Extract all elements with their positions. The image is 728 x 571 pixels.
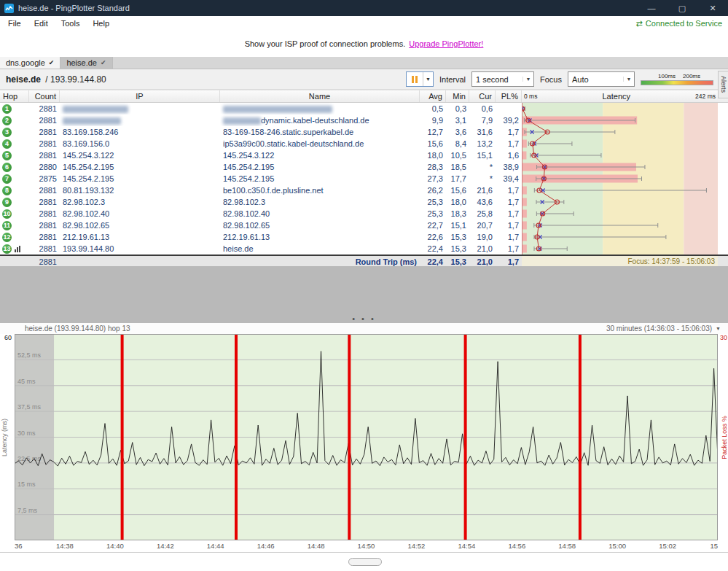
- hop-badge: 8: [2, 186, 12, 195]
- minimize-button[interactable]: —: [636, 0, 667, 16]
- cell-cur: *: [469, 161, 496, 173]
- col-pl[interactable]: PL%: [496, 90, 522, 102]
- menu-help[interactable]: Help: [86, 19, 116, 28]
- cell-ip: 83.169.158.246: [60, 126, 220, 138]
- col-latency[interactable]: 0 ms Latency 242 ms: [522, 90, 718, 102]
- svg-text:22,5 ms: 22,5 ms: [17, 455, 42, 462]
- cell-min: 17,7: [446, 173, 469, 184]
- y-axis-max: 60: [4, 334, 12, 341]
- maximize-button[interactable]: ▢: [667, 0, 697, 16]
- cell-ip: 82.98.102.65: [60, 220, 220, 231]
- chevron-down-icon: ▼: [716, 326, 721, 331]
- cell-name: 83-169-158-246.static.superkabel.de: [220, 126, 420, 138]
- cell-name: be100.c350.f.de.plusline.net: [220, 184, 420, 196]
- target-tabstrip: dns.google ✔ heise.de ✔: [0, 57, 728, 69]
- cell-ip: 212.19.61.13: [60, 231, 220, 243]
- round-trip-row[interactable]: 2881 Round Trip (ms) 22,4 15,3 21,0 1,7 …: [0, 255, 728, 266]
- menu-tools[interactable]: Tools: [55, 19, 87, 28]
- x-tick-label: 15: [710, 542, 718, 550]
- cell-pl: 1,7: [496, 208, 522, 220]
- col-count[interactable]: Count: [29, 90, 60, 102]
- cell-hop: 9: [0, 196, 29, 208]
- cell-name: 212.19.61.13: [220, 231, 420, 243]
- col-min[interactable]: Min: [446, 90, 469, 102]
- cell-cur: 20,7: [469, 220, 496, 231]
- hop-badge: 10: [2, 209, 12, 219]
- col-name[interactable]: Name: [220, 90, 420, 102]
- close-button[interactable]: ✕: [697, 0, 728, 16]
- cell-hop: 1: [0, 103, 29, 114]
- col-avg[interactable]: Avg: [420, 90, 446, 102]
- cell-avg: 18,0: [420, 149, 446, 161]
- cell-name: 82.98.102.65: [220, 220, 420, 231]
- cell-avg: 27,3: [420, 173, 446, 184]
- svg-text:52,5 ms: 52,5 ms: [17, 351, 42, 359]
- cell-pl: 1,7: [496, 138, 522, 149]
- scrollbar-thumb[interactable]: [348, 558, 382, 566]
- col-ip[interactable]: IP: [60, 90, 220, 102]
- splitter-handle[interactable]: • • •: [352, 314, 376, 323]
- x-tick-label: 15:02: [659, 542, 676, 550]
- timeline-plot[interactable]: 52,5 ms45 ms37,5 ms30 ms22,5 ms15 ms7,5 …: [15, 334, 718, 540]
- cell-pl: 1,7: [496, 126, 522, 138]
- latency-overlay: [522, 103, 718, 255]
- cell-avg: 15,6: [420, 138, 446, 149]
- latency-max-label: 242 ms: [695, 90, 716, 102]
- window-controls: — ▢ ✕: [636, 0, 728, 16]
- cell-min: 0,3: [446, 103, 469, 114]
- tab-label: dns.google: [6, 58, 45, 67]
- cell-hop: 5: [0, 149, 29, 161]
- alerts-side-tab[interactable]: Alerts: [718, 71, 728, 98]
- cell-count: 2881: [29, 243, 60, 255]
- pause-dropdown-arrow[interactable]: ▼: [423, 72, 433, 86]
- menu-file[interactable]: File: [1, 19, 28, 28]
- sum-min: 15,3: [446, 256, 469, 266]
- cell-min: 15,3: [446, 243, 469, 255]
- timeline-header: heise.de (193.99.144.80) hop 13 30 minut…: [0, 323, 728, 334]
- cell-cur: 25,8: [469, 208, 496, 220]
- focus-range-label: Focus: 14:37:59 - 15:06:03: [522, 256, 718, 266]
- col-hop[interactable]: Hop: [0, 90, 29, 102]
- interval-select[interactable]: 1 second ▼: [471, 71, 534, 87]
- cell-count: 2881: [29, 208, 60, 220]
- cell-hop: 6: [0, 161, 29, 173]
- menu-edit[interactable]: Edit: [28, 19, 55, 28]
- title-bar: heise.de - PingPlotter Standard — ▢ ✕: [0, 0, 728, 16]
- sum-ip: [60, 256, 220, 266]
- sum-pl: 1,7: [496, 256, 522, 266]
- cell-ip: 145.254.2.195: [60, 161, 220, 173]
- banner-text: Show your ISP proof of connection proble…: [245, 39, 406, 48]
- target-ip: / 193.99.144.80: [43, 74, 106, 85]
- cell-ip: 82.98.102.40: [60, 208, 220, 220]
- pane-splitter-area[interactable]: • • •: [0, 266, 728, 323]
- cell-name: 82.98.102.3: [220, 196, 420, 208]
- cell-count: 2881: [29, 196, 60, 208]
- x-tick-label: 14:44: [207, 542, 224, 550]
- hop-badge: 13: [2, 244, 12, 254]
- svg-text:45 ms: 45 ms: [17, 378, 36, 385]
- cell-name: heise.de: [220, 243, 420, 255]
- cell-count: 2875: [29, 173, 60, 184]
- hop-badge: 2: [2, 116, 12, 125]
- upgrade-link[interactable]: Upgrade PingPlotter!: [409, 39, 483, 48]
- focus-value: Auto: [568, 75, 623, 84]
- pause-button[interactable]: ▼: [406, 71, 434, 87]
- timeline-range-select[interactable]: 30 minutes (14:36:03 - 15:06:03) ▼: [606, 325, 721, 333]
- cell-pl: 1,7: [496, 220, 522, 231]
- pause-icon: [407, 72, 423, 86]
- cell-ip: 80.81.193.132: [60, 184, 220, 196]
- hop-badge: 5: [2, 151, 12, 160]
- focus-select[interactable]: Auto ▼: [568, 71, 635, 87]
- col-cur[interactable]: Cur: [469, 90, 496, 102]
- cell-ip: 193.99.144.80: [60, 243, 220, 255]
- cell-name: 145.254.2.195: [220, 173, 420, 184]
- cell-avg: 26,2: [420, 184, 446, 196]
- cell-hop: 11: [0, 220, 29, 231]
- timeline-chart[interactable]: 60 30 Latency (ms) Packet Loss % 52,5 ms…: [0, 334, 728, 540]
- tab-dns-google[interactable]: dns.google ✔: [0, 57, 60, 69]
- cell-pl: 1,7: [496, 184, 522, 196]
- timeline-scrollbar[interactable]: [0, 552, 728, 571]
- tab-heise-de[interactable]: heise.de ✔: [60, 57, 112, 69]
- cell-min: 10,5: [446, 149, 469, 161]
- cell-hop: 3: [0, 126, 29, 138]
